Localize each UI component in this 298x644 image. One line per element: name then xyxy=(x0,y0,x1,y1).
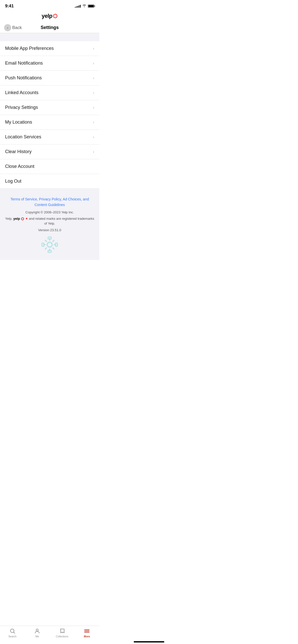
yelp-star-trademark-icon: ✦ xyxy=(25,217,28,221)
svg-point-5 xyxy=(56,17,57,18)
footer: Terms of Service, Privacy Policy, Ad Cho… xyxy=(0,189,99,260)
back-button[interactable]: ‹ Back xyxy=(4,24,22,31)
content-guidelines-link[interactable]: Content Guidelines xyxy=(34,203,65,207)
svg-point-8 xyxy=(22,217,23,218)
page-title: Settings xyxy=(40,25,59,30)
settings-item-mobile-app[interactable]: Mobile App Preferences › xyxy=(0,41,99,56)
settings-item-close-account[interactable]: Close Account xyxy=(0,159,99,174)
ad-choices-link[interactable]: Ad Choices xyxy=(63,197,81,201)
settings-item-label: Linked Accounts xyxy=(5,90,38,95)
svg-point-13 xyxy=(23,219,24,220)
svg-point-9 xyxy=(22,219,23,220)
chevron-right-icon: › xyxy=(93,135,94,139)
app-header: yelp xyxy=(0,11,99,22)
settings-item-label: Close Account xyxy=(5,164,34,169)
svg-point-15 xyxy=(21,219,22,220)
nav-header: ‹ Back Settings xyxy=(0,22,99,33)
settings-item-email-notifications[interactable]: Email Notifications › xyxy=(0,56,99,71)
svg-rect-18 xyxy=(42,243,44,246)
settings-item-log-out[interactable]: Log Out xyxy=(0,174,99,189)
svg-point-6 xyxy=(56,14,57,15)
settings-item-privacy[interactable]: Privacy Settings › xyxy=(0,100,99,115)
footer-links: Terms of Service, Privacy Policy, Ad Cho… xyxy=(5,196,94,208)
signal-bars-icon xyxy=(75,5,81,8)
svg-rect-17 xyxy=(48,250,51,252)
settings-item-push-notifications[interactable]: Push Notifications › xyxy=(0,71,99,85)
status-bar: 9:41 xyxy=(0,0,99,11)
back-label: Back xyxy=(12,25,22,30)
chevron-right-icon: › xyxy=(93,120,94,125)
svg-point-12 xyxy=(21,218,22,218)
settings-item-label: Email Notifications xyxy=(5,61,43,66)
settings-item-location-services[interactable]: Location Services › xyxy=(0,130,99,144)
chevron-right-icon: › xyxy=(93,61,94,66)
settings-item-label: Log Out xyxy=(5,179,21,184)
chevron-right-icon: › xyxy=(93,46,94,51)
gear-icon xyxy=(39,235,60,255)
status-icons xyxy=(75,4,94,8)
svg-point-1 xyxy=(55,17,56,18)
battery-icon xyxy=(88,5,94,8)
chevron-right-icon: › xyxy=(93,91,94,95)
section-gap xyxy=(0,33,99,41)
yelp-burst-icon xyxy=(53,13,58,19)
footer-trademark: Yelp, yelp ✦ and related marks are regis… xyxy=(5,216,94,226)
footer-version: Version 23.51.0 xyxy=(5,228,94,232)
settings-item-label: Mobile App Preferences xyxy=(5,46,54,51)
yelp-burst-trademark-icon xyxy=(21,217,24,221)
settings-item-label: Clear History xyxy=(5,149,32,154)
yelp-logo: yelp xyxy=(42,13,58,19)
wifi-icon xyxy=(82,4,86,8)
footer-copyright: Copyright © 2008–2023 Yelp Inc. xyxy=(5,210,94,214)
privacy-policy-link[interactable]: Privacy Policy xyxy=(39,197,61,201)
svg-point-7 xyxy=(53,17,55,18)
chevron-right-icon: › xyxy=(93,150,94,154)
yelp-text: yelp xyxy=(42,13,52,19)
settings-item-linked-accounts[interactable]: Linked Accounts › xyxy=(0,85,99,100)
settings-item-clear-history[interactable]: Clear History › xyxy=(0,144,99,159)
svg-rect-19 xyxy=(55,243,57,246)
svg-point-11 xyxy=(23,218,24,219)
gear-watermark xyxy=(5,235,94,255)
status-time: 9:41 xyxy=(5,4,14,9)
settings-item-label: My Locations xyxy=(5,120,32,125)
svg-point-3 xyxy=(57,16,58,17)
svg-point-0 xyxy=(55,14,56,15)
chevron-right-icon: › xyxy=(93,76,94,80)
svg-point-4 xyxy=(53,14,55,15)
svg-rect-16 xyxy=(48,237,51,239)
settings-item-label: Push Notifications xyxy=(5,75,42,81)
settings-list: Mobile App Preferences › Email Notificat… xyxy=(0,41,99,189)
svg-point-14 xyxy=(23,218,24,218)
svg-point-10 xyxy=(21,218,22,219)
back-chevron-icon: ‹ xyxy=(4,24,11,31)
settings-item-label: Location Services xyxy=(5,134,41,140)
chevron-right-icon: › xyxy=(93,105,94,110)
settings-item-my-locations[interactable]: My Locations › xyxy=(0,115,99,130)
settings-item-label: Privacy Settings xyxy=(5,105,38,110)
svg-point-2 xyxy=(53,16,54,17)
yelp-logo-trademark: yelp xyxy=(13,217,25,221)
terms-of-service-link[interactable]: Terms of Service xyxy=(10,197,37,201)
